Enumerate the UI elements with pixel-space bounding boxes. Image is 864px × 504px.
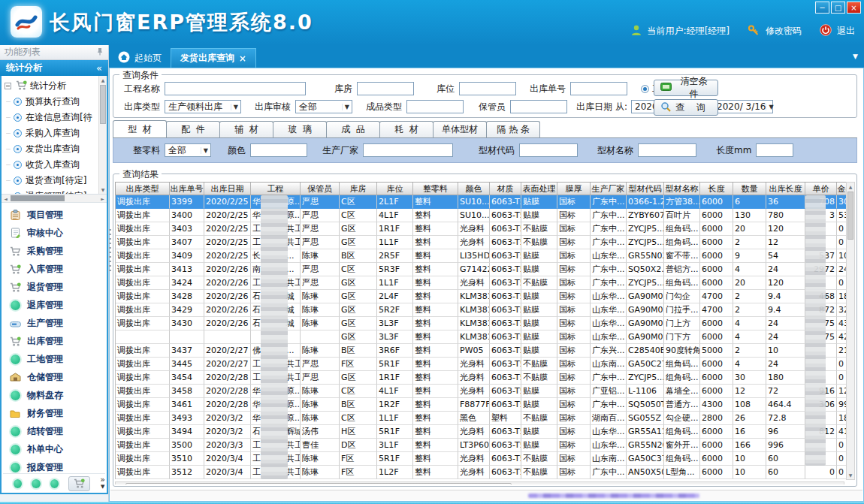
grid-hscroll-thumb[interactable]	[125, 483, 512, 484]
tree-vscroll-thumb[interactable]	[100, 85, 106, 124]
column-header-color[interactable]: 颜色	[458, 183, 490, 195]
column-header-name[interactable]: 型材名称	[664, 183, 700, 195]
material-tab-玻璃[interactable]: 玻 璃	[273, 121, 327, 137]
table-row[interactable]: 调拨出库34372020/2/27佛...陈琳B区3R6F整料PW056063-…	[116, 344, 855, 358]
scroll-right-icon[interactable]: ►	[98, 195, 107, 202]
module-dot-icon[interactable]	[50, 479, 59, 488]
column-header-code[interactable]: 型材代码	[627, 183, 664, 195]
sidebar-item-工地管理[interactable]: 工地管理	[2, 350, 107, 368]
sidebar-item-退货管理[interactable]: 退货管理	[2, 278, 107, 296]
column-header-mat[interactable]: 材质	[490, 183, 521, 195]
project-name-input[interactable]	[165, 82, 306, 95]
column-header-maker[interactable]: 生产厂家	[591, 183, 627, 195]
column-header-outlen[interactable]: 出库长度	[766, 183, 805, 195]
tree-item-预算执行查询[interactable]: ┄预算执行查询	[5, 94, 107, 110]
scroll-up-icon[interactable]: ▲	[99, 76, 107, 84]
section-header-statistics[interactable]: 统计分析 «	[0, 60, 108, 76]
material-tab-辅材[interactable]: 辅 材	[219, 121, 273, 137]
table-row[interactable]: 调拨出库34452020/2/27工共工程严思F区5R1F整料光身料6063-T…	[116, 358, 855, 371]
maximize-button[interactable]: □	[831, 2, 845, 14]
close-button[interactable]: ×	[847, 2, 861, 14]
radio-gongzhuang[interactable]	[641, 85, 649, 93]
minimize-button[interactable]: ─	[815, 2, 829, 14]
code-input[interactable]	[519, 143, 578, 157]
warehouse-input[interactable]	[357, 82, 414, 95]
sidebar-item-采购管理[interactable]: 采购管理	[2, 242, 107, 260]
sidebar-item-结转管理[interactable]: 结转管理	[2, 422, 107, 440]
sidebar-item-物料盘存[interactable]: 物料盘存	[2, 386, 107, 404]
column-header-surface[interactable]: 表面处理	[521, 183, 557, 195]
column-header-wh[interactable]: 库房	[340, 183, 377, 195]
change-password-link[interactable]: 修改密码	[766, 25, 802, 38]
scroll-down-icon[interactable]: ▼	[99, 186, 107, 194]
tab-home[interactable]: 起始页	[109, 48, 171, 68]
more-modules-button[interactable]: »▼	[100, 477, 105, 490]
material-tab-配件[interactable]: 配 件	[166, 121, 220, 137]
product-type-input[interactable]	[406, 100, 464, 113]
tree-root[interactable]: 统计分析	[5, 78, 107, 94]
clear-conditions-button[interactable]: 清空条件	[654, 80, 718, 96]
sidebar-item-项目管理[interactable]: 项目管理	[2, 206, 107, 224]
tree-vertical-scrollbar[interactable]: ▲ ▼	[98, 76, 107, 194]
table-row[interactable]: 调拨出库34292020/2/26石城陈琳G区5R2F整料KLM38176063…	[116, 303, 855, 317]
column-header-qty[interactable]: 数量	[733, 183, 766, 195]
tree-horizontal-scrollbar[interactable]: ◄ ►	[2, 195, 107, 203]
tree-item-退货查询[待定][interactable]: ┄退货查询[待定]	[5, 173, 107, 189]
material-tab-耗材[interactable]: 耗 材	[379, 121, 434, 137]
table-row[interactable]: 调拨出库35002020/3/3工共工程曹佳D区3L1F整料LT3P606063…	[116, 439, 855, 452]
tree-item-采购入库查询[interactable]: ┄采购入库查询	[5, 125, 107, 141]
sidebar-item-退库管理[interactable]: 退库管理	[2, 296, 107, 314]
logout-link[interactable]: 退出	[837, 25, 855, 38]
grid-horizontal-scrollbar[interactable]: ◄ ►	[115, 481, 844, 484]
table-row[interactable]: 调拨出库33992020/2/25华原...严思C区2L1F整料SU10...6…	[116, 195, 855, 209]
order-no-input[interactable]	[570, 82, 627, 95]
collapse-icon[interactable]: «	[96, 62, 102, 74]
sidebar-item-出库管理[interactable]: 出库管理	[2, 332, 107, 350]
sidebar-item-补单中心[interactable]: 补单中心	[2, 440, 107, 458]
column-header-type[interactable]: 出库类型	[116, 183, 170, 195]
sidebar-item-审核中心[interactable]: 审核中心	[2, 224, 107, 242]
table-row[interactable]: 调拨出库34092020/2/25长...陈琳B区2R5F整料LI35HD606…	[116, 249, 855, 263]
tree-item-退库管理[待定][interactable]: ┄退库管理[待定]	[5, 189, 107, 195]
part-select[interactable]: 全部▼	[165, 143, 211, 157]
table-row[interactable]: 调拨出库34582020/2/28华原...陈琳C区4L1F整料光身料6063-…	[116, 385, 855, 398]
table-row[interactable]: 调拨出库35122020/3/4工共工程陈琳F区1L2F整料光身料6063-T5…	[116, 466, 855, 479]
tree-item-收货入库查询[interactable]: ┄收货入库查询	[5, 157, 107, 173]
length-input[interactable]	[756, 143, 793, 157]
grid-vertical-scrollbar[interactable]: ▲ ▼	[846, 182, 855, 480]
pin-icon[interactable]	[96, 47, 104, 58]
column-header-loc[interactable]: 库位	[377, 183, 413, 195]
sidebar-item-生产管理[interactable]: 生产管理	[2, 314, 107, 332]
material-tab-成品[interactable]: 成 品	[326, 121, 380, 137]
table-row[interactable]: 调拨出库34282020/2/26石城陈琳G区2L4F整料KLM38176063…	[116, 290, 855, 303]
tree-item-发货出库查询[interactable]: ┄发货出库查询	[5, 141, 107, 157]
column-header-price[interactable]: 单价	[805, 183, 837, 195]
table-row[interactable]: 调拨出库34932020/3/2华原...陈琳C区1L1F整料黑色塑料不贴膜国标…	[116, 412, 855, 425]
column-header-part[interactable]: 整零料	[413, 183, 458, 195]
column-header-date[interactable]: 出库日期	[204, 183, 251, 195]
scroll-down-icon[interactable]: ▼	[847, 471, 854, 479]
table-row[interactable]: 调拨出库34942020/3/2石辉城汤伟H区5R1F整料光身料6063-T5贴…	[116, 425, 855, 439]
scroll-right-icon[interactable]: ►	[835, 482, 844, 484]
module-dot-icon[interactable]	[14, 479, 22, 488]
tree-item-在途信息查询[待[interactable]: ┄在途信息查询[待	[5, 110, 107, 125]
scroll-up-icon[interactable]: ▲	[847, 183, 854, 191]
tab-close-icon[interactable]: ×	[239, 53, 246, 64]
material-tab-型材[interactable]: 型 材	[113, 120, 167, 137]
name-input[interactable]	[638, 143, 696, 157]
table-row[interactable]: 调拨出库34542020/2/28工共工程严思G区1R1F整料光身料6063-T…	[116, 371, 855, 385]
column-header-len[interactable]: 长度	[700, 183, 733, 195]
material-tab-单体型材[interactable]: 单体型材	[433, 121, 487, 137]
table-row[interactable]: 调拨出库34002020/2/25华原...严思C区4L1F整料SU10...6…	[116, 209, 855, 222]
color-input[interactable]	[250, 143, 307, 157]
location-input[interactable]	[459, 82, 516, 95]
column-header-proj[interactable]: 工程	[251, 183, 301, 195]
grid-vscroll-thumb[interactable]	[847, 192, 853, 240]
table-row[interactable]: 调拨出库34132020/2/26南...严思C区5R3F整料G71422606…	[116, 263, 855, 276]
cart-module-button[interactable]	[68, 476, 90, 491]
material-tab-隔热条[interactable]: 隔 热 条	[486, 121, 540, 137]
audit-select[interactable]: 全部▼	[295, 100, 352, 113]
out-type-select[interactable]: 生产领料出库▼	[165, 100, 241, 113]
table-row[interactable]: 调拨出库35102020/3/4工共工程陈琳F区5R1F整料光身料6063-T5…	[116, 452, 855, 466]
table-row[interactable]: 调拨出库34072020/2/25工共工程严思G区1L1F整料光身料6063-T…	[116, 236, 855, 249]
